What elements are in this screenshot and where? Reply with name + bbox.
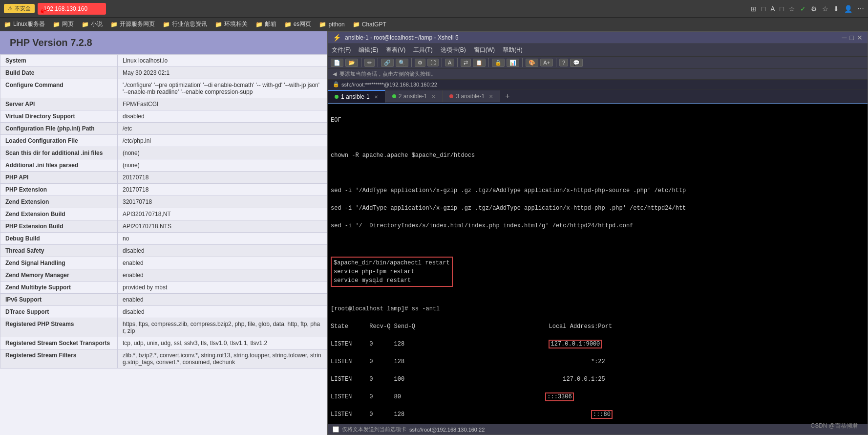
profile-icon[interactable]: 👤 bbox=[844, 5, 852, 13]
xshell-status-bar: 仅将文本发送到当前选项卡 ssh://root@192.168.130.160:… bbox=[328, 424, 868, 435]
php-value-cell: (none) bbox=[118, 147, 327, 159]
nav-item-ptthon[interactable]: 📁 ptthon bbox=[319, 21, 344, 28]
browser-toolbar: ⚠ 不安全 192.168.130.160 ⊞ □ A □ ☆ ✓ ⚙ ☆ ⬇ … bbox=[0, 0, 868, 18]
php-title-bar: PHP Version 7.2.8 bbox=[0, 31, 327, 54]
add-tab-btn[interactable]: + bbox=[500, 89, 514, 103]
tab-ansible-2[interactable]: 2 ansible-1 ✕ bbox=[385, 90, 443, 102]
xshell-logo-icon: ⚡ bbox=[333, 34, 341, 42]
tab-close-btn[interactable]: ✕ bbox=[431, 94, 435, 99]
menu-edit[interactable]: 编辑(E) bbox=[359, 45, 378, 55]
menu-tabs[interactable]: 选项卡(B) bbox=[441, 45, 466, 55]
tab-ansible-3[interactable]: 3 ansible-1 ✕ bbox=[443, 90, 500, 102]
menu-window[interactable]: 窗口(W) bbox=[474, 45, 495, 55]
php-key-cell: System bbox=[0, 55, 118, 67]
pencil-btn[interactable]: ✏ bbox=[364, 59, 375, 67]
menu-file[interactable]: 文件(F) bbox=[332, 45, 351, 55]
xshell-title-text: ansible-1 - root@localhost:~/lamp - Xshe… bbox=[345, 34, 838, 41]
fullscreen-btn[interactable]: ⛶ bbox=[427, 59, 439, 66]
term-line-blank3 bbox=[331, 239, 865, 248]
table-row: PHP API20170718 bbox=[0, 172, 327, 184]
window-icon: ⊞ bbox=[751, 5, 757, 13]
terminal-output[interactable]: EOF chown -R apache.apache $apache_dir/h… bbox=[328, 104, 868, 424]
font2-btn[interactable]: A+ bbox=[540, 59, 553, 66]
term-line-blank4 bbox=[331, 287, 865, 296]
table-row: Zend Signal Handlingenabled bbox=[0, 257, 327, 269]
tab-ansible-1[interactable]: 1 ansible-1 ✕ bbox=[328, 90, 385, 103]
nav-item-chatgpt[interactable]: 📁 ChatGPT bbox=[353, 21, 386, 28]
nav-item-env[interactable]: 📁 环境相关 bbox=[215, 20, 248, 28]
nav-item-industry[interactable]: 📁 行业信息资讯 bbox=[163, 20, 207, 28]
port-80-highlight: :::80 bbox=[591, 410, 613, 419]
bookmarks-bar: 📁 Linux服务器 📁 网页 📁 小说 📁 开源服务网页 📁 行业信息资讯 📁… bbox=[0, 18, 868, 31]
tab-close-btn[interactable]: ✕ bbox=[374, 94, 378, 100]
send-to-tab-checkbox[interactable] bbox=[333, 426, 339, 433]
menu-help[interactable]: 帮助(H) bbox=[503, 45, 523, 55]
table-row: Zend Memory Managerenabled bbox=[0, 269, 327, 282]
toolbar-separator bbox=[556, 58, 556, 67]
php-key-cell: PHP Extension bbox=[0, 184, 118, 196]
transfer-btn[interactable]: ⇄ bbox=[461, 59, 471, 67]
term-line-sed2: sed -i '/AddType application\/x-gzip .gz… bbox=[331, 204, 865, 213]
table-row: Virtual Directory Supportdisabled bbox=[0, 110, 327, 123]
php-value-cell: API320170718,NT bbox=[118, 208, 327, 220]
table-row: Thread Safetydisabled bbox=[0, 245, 327, 257]
table-row: Additional .ini files parsed(none) bbox=[0, 159, 327, 172]
open-btn[interactable]: 📂 bbox=[345, 59, 358, 67]
url-bar[interactable]: 192.168.130.160 bbox=[38, 3, 106, 15]
tab-status-dot bbox=[392, 94, 396, 98]
download-icon[interactable]: ⬇ bbox=[833, 5, 839, 13]
color-btn[interactable]: 🎨 bbox=[526, 59, 538, 67]
term-line-listen-9000: LISTEN 0 128 127.0.0.1:9000 bbox=[331, 340, 865, 348]
tab-label: 1 ansible-1 bbox=[341, 93, 370, 100]
session-hint-text: 要添加当前会话，点击左侧的箭头按钮。 bbox=[339, 70, 436, 78]
toolbar-separator bbox=[522, 58, 523, 67]
php-key-cell: Additional .ini files parsed bbox=[0, 159, 118, 172]
nav-item-linux[interactable]: 📁 Linux服务器 bbox=[4, 20, 45, 28]
table-row: Configuration File (php.ini) Path/etc bbox=[0, 123, 327, 135]
search-btn[interactable]: 🔍 bbox=[396, 59, 408, 67]
more-icon[interactable]: ⋯ bbox=[857, 5, 864, 13]
lock-icon: 🔒 bbox=[333, 81, 339, 87]
folder-icon: 📁 bbox=[110, 21, 118, 28]
ssh-address-text: ssh://root:*********@192.168.130.160:22 bbox=[341, 82, 437, 87]
php-key-cell: Registered PHP Streams bbox=[0, 318, 118, 337]
sftp-btn[interactable]: 📋 bbox=[473, 59, 486, 67]
folder-icon: 📁 bbox=[4, 21, 11, 28]
minimize-icon[interactable]: ─ bbox=[842, 34, 847, 42]
php-value-cell: disabled bbox=[118, 306, 327, 318]
font-btn[interactable]: A bbox=[445, 59, 454, 66]
tab-close-btn[interactable]: ✕ bbox=[489, 94, 493, 99]
settings-btn[interactable]: ⚙ bbox=[415, 59, 425, 67]
connect-btn[interactable]: 🔗 bbox=[381, 59, 394, 67]
csdn-watermark: CSDN @百恭倾君 bbox=[810, 422, 858, 430]
help-btn[interactable]: ? bbox=[559, 59, 568, 66]
nav-item-opensource[interactable]: 📁 开源服务网页 bbox=[110, 20, 155, 28]
php-value-cell: May 30 2023 02:1 bbox=[118, 67, 327, 79]
window-controls: ─ □ ✕ bbox=[842, 34, 863, 42]
toolbar-separator bbox=[411, 58, 412, 67]
new-session-btn[interactable]: 📄 bbox=[331, 59, 343, 67]
gear-icon[interactable]: ⚙ bbox=[811, 5, 817, 13]
folder-icon: 📁 bbox=[53, 21, 60, 28]
bookmark-icon[interactable]: ☆ bbox=[822, 5, 828, 13]
xshell-window: ⚡ ansible-1 - root@localhost:~/lamp - Xs… bbox=[327, 31, 868, 435]
php-value-cell: no bbox=[118, 233, 327, 245]
nav-item-mail[interactable]: 📁 邮箱 bbox=[255, 20, 276, 28]
php-key-cell: Zend Multibyte Support bbox=[0, 282, 118, 294]
table-row: Loaded Configuration File/etc/php.ini bbox=[0, 135, 327, 147]
chat-btn[interactable]: 💬 bbox=[570, 59, 583, 67]
nav-item-webpage[interactable]: 📁 网页 bbox=[53, 20, 74, 28]
maximize-icon[interactable]: □ bbox=[850, 34, 854, 42]
session-bar: ◀ 要添加当前会话，点击左侧的箭头按钮。 bbox=[328, 69, 868, 80]
php-info-panel: PHP Version 7.2.8 SystemLinux localhost.… bbox=[0, 31, 327, 435]
session-tabs: 1 ansible-1 ✕ 2 ansible-1 ✕ 3 ansible-1 … bbox=[328, 89, 868, 104]
menu-tools[interactable]: 工具(T) bbox=[413, 45, 432, 55]
menu-view[interactable]: 查看(V) bbox=[386, 45, 405, 55]
toolbar-separator bbox=[488, 58, 489, 67]
lock-btn[interactable]: 🔒 bbox=[492, 59, 505, 67]
table-row: Zend Extension320170718 bbox=[0, 196, 327, 208]
close-icon[interactable]: ✕ bbox=[857, 34, 863, 42]
nav-item-novel[interactable]: 📁 小说 bbox=[82, 20, 103, 28]
nav-item-es[interactable]: 📁 es网页 bbox=[284, 20, 312, 28]
log-btn[interactable]: 📊 bbox=[507, 59, 519, 67]
